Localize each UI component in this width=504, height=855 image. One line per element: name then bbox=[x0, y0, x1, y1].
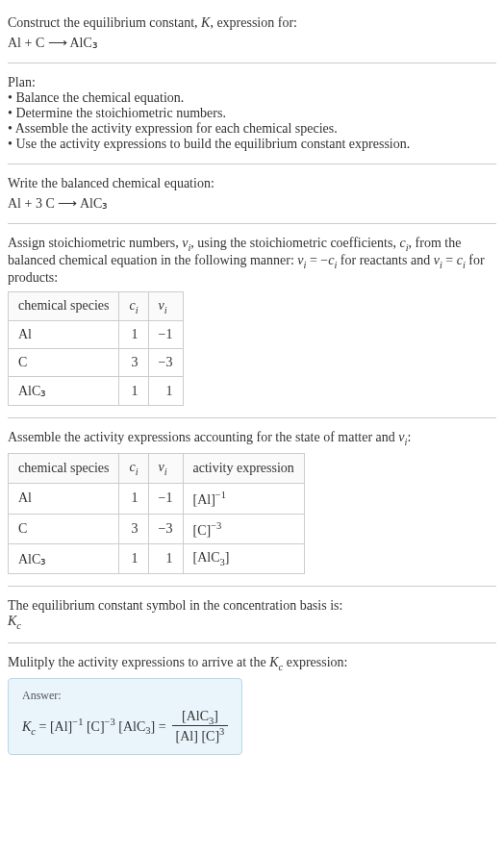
plan-item: Use the activity expressions to build th… bbox=[8, 137, 496, 152]
activity-table: chemical species ci νi activity expressi… bbox=[8, 453, 305, 574]
symbol-section: The equilibrium constant symbol in the c… bbox=[8, 591, 496, 639]
kc-lhs: Kc = [Al]−1 [C]−3 [AlC3] = bbox=[22, 717, 166, 736]
kc-expression: Kc = [Al]−1 [C]−3 [AlC3] = [AlC3] [Al] [… bbox=[22, 709, 228, 744]
plan-heading: Plan: bbox=[8, 75, 496, 90]
divider bbox=[8, 586, 496, 587]
cell-species: C bbox=[9, 514, 119, 544]
cell-ci: 1 bbox=[119, 544, 148, 574]
plan-item: Assemble the activity expression for eac… bbox=[8, 121, 496, 137]
cell-species: C bbox=[9, 349, 119, 377]
table-row: C 3 −3 bbox=[9, 349, 184, 377]
table-row: AlC₃ 1 1 bbox=[9, 377, 184, 406]
prompt-section: Construct the equilibrium constant, K, e… bbox=[8, 8, 496, 59]
cell-vi: 1 bbox=[148, 544, 183, 574]
symbol-heading: The equilibrium constant symbol in the c… bbox=[8, 598, 496, 614]
activity-section: Assemble the activity expressions accoun… bbox=[8, 422, 496, 582]
divider bbox=[8, 223, 496, 224]
symbol-value: Kc bbox=[8, 614, 496, 631]
cell-ci: 3 bbox=[119, 349, 148, 377]
cell-ci: 3 bbox=[119, 514, 148, 544]
stoich-heading: Assign stoichiometric numbers, νi, using… bbox=[8, 236, 496, 286]
divider bbox=[8, 63, 496, 63]
kc-fraction: [AlC3] [Al] [C]3 bbox=[172, 709, 229, 744]
multiply-heading: Mulitply the activity expressions to arr… bbox=[8, 655, 496, 672]
prompt-line1: Construct the equilibrium constant, K, e… bbox=[8, 15, 496, 31]
balanced-equation: Al + 3 C ⟶ AlC₃ bbox=[8, 195, 496, 212]
table-row: C 3 −3 [C]−3 bbox=[9, 514, 305, 544]
cell-ci: 1 bbox=[119, 483, 148, 514]
balanced-heading: Write the balanced chemical equation: bbox=[8, 176, 496, 191]
cell-ci: 1 bbox=[119, 377, 148, 406]
cell-species: Al bbox=[9, 483, 119, 514]
table-row: AlC₃ 1 1 [AlC3] bbox=[9, 544, 305, 574]
table-row: Al 1 −1 [Al]−1 bbox=[9, 483, 305, 514]
cell-expr: [AlC3] bbox=[183, 544, 304, 574]
answer-label: Answer: bbox=[22, 689, 228, 703]
cell-vi: −3 bbox=[148, 514, 183, 544]
answer-box: Answer: Kc = [Al]−1 [C]−3 [AlC3] = [AlC3… bbox=[8, 678, 242, 755]
cell-ci: 1 bbox=[119, 321, 148, 349]
kc-numerator: [AlC3] bbox=[178, 709, 222, 726]
plan-item: Balance the chemical equation. bbox=[8, 90, 496, 106]
col-species: chemical species bbox=[9, 291, 119, 321]
col-vi: νi bbox=[148, 291, 183, 321]
table-header-row: chemical species ci νi bbox=[9, 291, 184, 321]
cell-vi: −3 bbox=[148, 349, 183, 377]
col-ci: ci bbox=[119, 454, 148, 484]
multiply-section: Mulitply the activity expressions to arr… bbox=[8, 647, 496, 763]
cell-species: AlC₃ bbox=[9, 544, 119, 574]
plan-item: Determine the stoichiometric numbers. bbox=[8, 106, 496, 121]
divider bbox=[8, 417, 496, 418]
table-header-row: chemical species ci νi activity expressi… bbox=[9, 454, 305, 484]
cell-expr: [Al]−1 bbox=[183, 483, 304, 514]
cell-vi: −1 bbox=[148, 321, 183, 349]
stoich-table: chemical species ci νi Al 1 −1 C 3 −3 Al… bbox=[8, 291, 184, 407]
col-vi: νi bbox=[148, 454, 183, 484]
cell-vi: −1 bbox=[148, 483, 183, 514]
col-species: chemical species bbox=[9, 454, 119, 484]
divider bbox=[8, 163, 496, 164]
col-expr: activity expression bbox=[183, 454, 304, 484]
kc-denominator: [Al] [C]3 bbox=[172, 726, 229, 744]
balanced-section: Write the balanced chemical equation: Al… bbox=[8, 168, 496, 219]
plan-list: Balance the chemical equation. Determine… bbox=[8, 90, 496, 152]
activity-heading: Assemble the activity expressions accoun… bbox=[8, 430, 496, 447]
cell-vi: 1 bbox=[148, 377, 183, 406]
col-ci: ci bbox=[119, 291, 148, 321]
plan-section: Plan: Balance the chemical equation. Det… bbox=[8, 67, 496, 160]
cell-expr: [C]−3 bbox=[183, 514, 304, 544]
stoich-section: Assign stoichiometric numbers, νi, using… bbox=[8, 228, 496, 414]
cell-species: Al bbox=[9, 321, 119, 349]
cell-species: AlC₃ bbox=[9, 377, 119, 406]
divider bbox=[8, 642, 496, 643]
table-row: Al 1 −1 bbox=[9, 321, 184, 349]
prompt-equation: Al + C ⟶ AlC₃ bbox=[8, 35, 496, 51]
